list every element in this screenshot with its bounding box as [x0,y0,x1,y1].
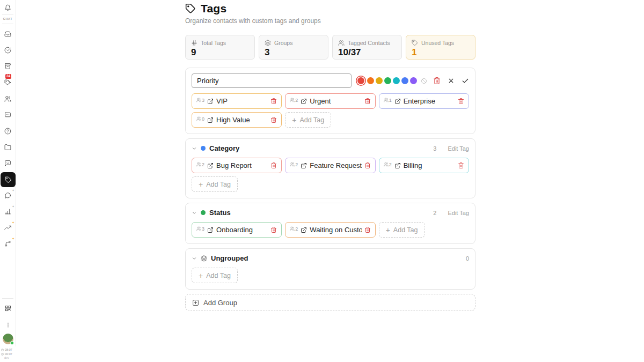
divider [2,298,13,299]
bar-chart-icon[interactable]: ✦ [0,206,16,216]
color-swatch[interactable] [410,77,417,84]
tag-chip[interactable]: 0High Value [192,112,282,128]
external-link-icon[interactable] [207,227,214,233]
footer-env-label: dev [1,356,12,360]
color-swatch[interactable] [367,77,374,84]
divider [2,24,13,24]
delete-tag-icon[interactable] [364,162,371,169]
external-link-icon[interactable] [207,117,214,123]
tag-chip[interactable]: 3VIP [192,93,282,109]
comment-icon[interactable]: ✦ [0,190,16,200]
tag-chip[interactable]: 2Bug Report [192,158,282,173]
avatar[interactable] [3,334,13,344]
star-badge-icon: ✦ [12,237,14,240]
edit-tag-link[interactable]: Edit Tag [448,210,469,216]
external-link-icon[interactable] [394,162,401,169]
external-link-icon[interactable] [207,98,214,105]
delete-tag-icon[interactable] [458,98,464,105]
delete-tag-icon[interactable] [270,226,277,233]
external-link-icon[interactable] [301,162,307,169]
tag-label: Enterprise [404,97,455,105]
workflow-icon[interactable]: ✦ [0,239,16,248]
group-name-input[interactable] [192,73,352,88]
stat-card: Tagged Contacts10/37 [332,35,402,60]
add-group-button[interactable]: Add Group [185,294,475,311]
qr-code-icon[interactable] [0,304,16,313]
tag-chip[interactable]: 2Waiting on Customer [285,222,375,238]
edit-tag-link[interactable]: Edit Tag [448,145,469,152]
tag-chip-row: 3VIP2Urgent1Enterprise0High Value+Add Ta… [192,93,469,128]
stat-value: 1 [412,47,470,58]
kebab-menu-icon[interactable] [0,320,16,330]
tag-chip[interactable]: 1Enterprise [379,93,469,109]
check-circle-icon[interactable] [0,45,16,55]
main-content: Tags Organize contacts with custom tags … [185,2,475,311]
chevron-down-icon[interactable] [192,256,197,261]
delete-tag-icon[interactable] [270,98,277,105]
group-color-dot [201,210,206,215]
group-header: Status2Edit Tag [192,209,469,217]
footer-time-1: 08:07 [5,348,12,352]
delete-tag-icon[interactable] [364,226,371,233]
page-subtitle: Organize contacts with custom tags and g… [185,17,475,25]
bot-chat-icon[interactable] [0,158,16,168]
external-link-icon[interactable] [207,162,214,169]
delete-tag-icon[interactable] [270,162,277,169]
tag-contact-count: 2 [290,98,298,103]
sidebar-item-tags-active[interactable] [1,172,16,187]
no-color-swatch[interactable] [421,78,427,84]
tag-chip[interactable]: 3Onboarding [192,222,282,238]
delete-tag-icon[interactable] [458,162,464,169]
add-tag-button[interactable]: +Add Tag [379,222,425,238]
external-link-icon[interactable] [301,98,307,105]
color-swatch[interactable] [401,77,408,84]
chevron-down-icon[interactable] [192,146,197,151]
chat-square-icon[interactable] [0,110,16,120]
group-color-dot [201,146,206,151]
add-tag-button[interactable]: +Add Tag [192,268,238,283]
hash-icon [191,40,197,46]
tag-chip-row: +Add Tag [192,268,469,283]
debug-footer: 08:07 00:07 dev [1,348,12,360]
tags-icon[interactable]: 24 [0,78,16,87]
bell-icon[interactable] [0,3,16,12]
delete-tag-icon[interactable] [270,116,277,123]
tags-badge: 24 [5,74,11,79]
online-status-dot [10,341,14,345]
delete-tag-icon[interactable] [364,98,371,105]
group-tag-count: 3 [433,145,436,152]
chevron-down-icon[interactable] [192,210,197,216]
star-badge-icon: ✦ [12,204,14,208]
group-tag-count: 2 [433,210,436,216]
stat-card: Total Tags9 [185,35,255,60]
tag-chip[interactable]: 2Urgent [285,93,375,109]
folder-icon[interactable] [0,142,16,152]
trending-up-icon[interactable]: ✦ [0,223,16,232]
inbox-icon[interactable] [0,29,16,39]
stat-value: 9 [191,47,249,58]
tag-chip[interactable]: 2Feature Request [285,158,375,173]
color-swatch[interactable] [384,77,391,84]
add-tag-button[interactable]: +Add Tag [192,176,238,192]
delete-group-icon[interactable] [433,77,441,85]
color-swatch[interactable] [393,77,400,84]
stat-value: 3 [265,47,323,58]
color-swatch[interactable] [357,77,364,84]
users-icon[interactable] [0,94,16,104]
cancel-edit-icon[interactable] [448,77,455,84]
external-link-icon[interactable] [301,227,307,233]
add-group-label: Add Group [203,299,237,307]
help-circle-icon[interactable] [0,126,16,136]
plus-icon: + [199,181,203,188]
add-tag-button[interactable]: +Add Tag [285,112,331,128]
star-badge-icon: ✦ [12,220,14,224]
archive-icon[interactable] [0,61,16,71]
tag-chip[interactable]: 2Billing [379,158,469,173]
tag-label: Urgent [310,97,361,105]
tag-label: Bug Report [216,161,268,169]
color-swatch[interactable] [376,77,383,84]
tag-group-card: Status2Edit Tag3Onboarding2Waiting on Cu… [185,203,475,244]
confirm-edit-icon[interactable] [462,77,469,85]
external-link-icon[interactable] [394,98,401,105]
tag-chip-row: 3Onboarding2Waiting on Customer+Add Tag [192,222,469,238]
